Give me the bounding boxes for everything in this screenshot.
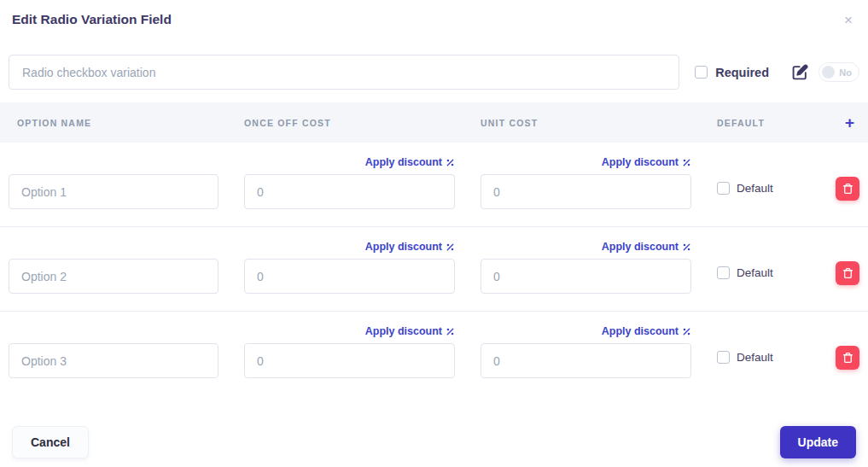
apply-discount-unit-link[interactable]: Apply discount [602,238,691,255]
percent-icon [682,242,691,252]
option-name-input[interactable] [9,174,218,209]
option-row: Apply discount Apply discount Default [0,311,868,395]
apply-discount-unit-link[interactable]: Apply discount [602,323,691,340]
default-checkbox[interactable] [717,182,730,195]
cancel-button[interactable]: Cancel [12,426,89,458]
required-checkbox[interactable] [695,66,708,79]
default-checkbox-wrap: Default [717,182,800,195]
apply-discount-label: Apply discount [365,156,442,168]
apply-discount-label: Apply discount [602,241,679,253]
percent-icon [682,327,691,336]
update-button[interactable]: Update [780,426,856,458]
default-checkbox-wrap: Default [717,266,800,279]
percent-icon [446,158,455,167]
modal-title: Edit Radio Variation Field [12,11,172,28]
option-name-input[interactable] [9,259,218,294]
apply-discount-label: Apply discount [365,241,442,253]
modal-header: Edit Radio Variation Field × [0,0,868,28]
delete-option-button[interactable] [836,177,859,201]
trash-icon [842,183,853,195]
discount-links-row: Apply discount Apply discount [9,238,859,255]
trash-icon [842,352,853,364]
add-option-icon[interactable]: + [845,114,859,131]
column-header-unit-cost: UNIT COST [481,118,691,128]
apply-discount-label: Apply discount [365,325,442,337]
option-name-input[interactable] [9,343,218,378]
column-header-once-off-cost: ONCE OFF COST [244,118,455,128]
field-name-input[interactable] [9,55,679,90]
apply-discount-label: Apply discount [602,325,679,337]
discount-links-row: Apply discount Apply discount [9,154,859,171]
close-icon[interactable]: × [841,13,856,27]
once-off-cost-input[interactable] [244,174,455,209]
default-label: Default [737,351,773,364]
apply-discount-unit-link[interactable]: Apply discount [602,154,691,171]
apply-discount-once-off-link[interactable]: Apply discount [365,238,455,255]
delete-option-button[interactable] [836,261,859,285]
toggle-knob [822,66,835,79]
unit-cost-input[interactable] [481,259,691,294]
once-off-cost-input[interactable] [244,343,455,378]
option-inputs-row: Default [9,343,859,378]
percent-icon [446,327,455,336]
unit-cost-input[interactable] [481,343,691,378]
percent-icon [446,242,455,252]
toggle-state-label: No [839,67,852,78]
field-state-toggle[interactable]: No [818,62,859,82]
trash-icon [842,267,853,279]
discount-links-row: Apply discount Apply discount [9,323,859,340]
field-name-row: Required No [0,55,868,90]
column-header-option-name: OPTION NAME [9,118,218,128]
apply-discount-once-off-link[interactable]: Apply discount [365,323,455,340]
required-toggle-wrap: Required [695,66,769,79]
edit-icon[interactable] [792,64,808,80]
percent-icon [682,158,691,167]
unit-cost-input[interactable] [481,174,691,209]
column-header-default: DEFAULT [717,118,800,128]
options-table-header: OPTION NAME ONCE OFF COST UNIT COST DEFA… [0,102,868,143]
modal-footer: Cancel Update [0,426,868,458]
option-inputs-row: Default [9,174,859,209]
edit-radio-variation-modal: Edit Radio Variation Field × Required No… [0,0,868,467]
default-checkbox-wrap: Default [717,351,800,364]
default-checkbox[interactable] [717,351,730,364]
delete-option-button[interactable] [836,346,859,370]
apply-discount-once-off-link[interactable]: Apply discount [365,154,455,171]
apply-discount-label: Apply discount [602,156,679,168]
option-row: Apply discount Apply discount Default [0,226,868,311]
default-label: Default [737,266,773,279]
once-off-cost-input[interactable] [244,259,455,294]
option-inputs-row: Default [9,259,859,294]
option-row: Apply discount Apply discount Default [0,143,868,226]
required-label: Required [715,66,769,79]
default-checkbox[interactable] [717,266,730,279]
default-label: Default [737,182,773,195]
